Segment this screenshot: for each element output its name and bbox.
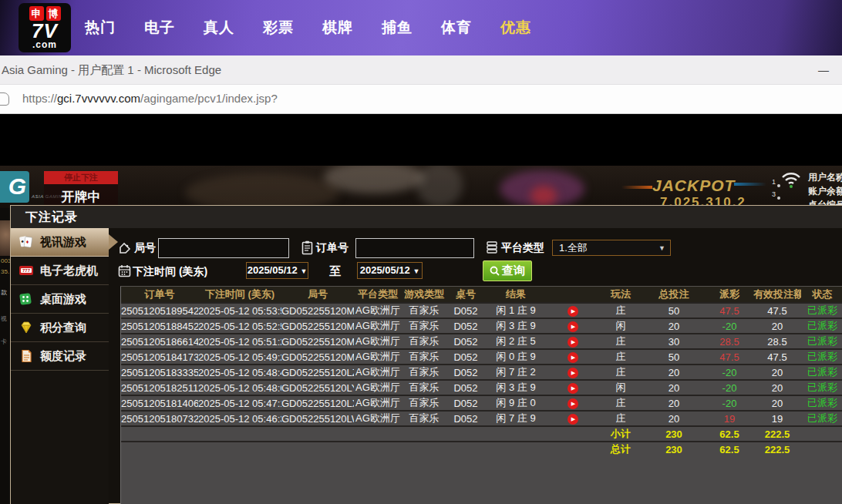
- side-number-1: 1: [772, 178, 776, 186]
- nav-item-6[interactable]: 捕鱼: [382, 18, 413, 38]
- site-logo[interactable]: 申 博 7V .com: [19, 3, 71, 52]
- slot-icon: 777: [19, 264, 34, 277]
- black-strip: [0, 114, 842, 166]
- cards-icon: ♦♠: [19, 235, 34, 249]
- play-cell: 庄: [599, 411, 642, 426]
- table-no-cell: D052: [446, 395, 485, 411]
- column-header-7: 结果: [485, 287, 547, 303]
- column-header-2: 下注时间 (美东): [198, 287, 281, 303]
- background-text-fragment: 卡: [1, 338, 7, 346]
- browser-titlebar: Asia Gaming - 用户配置 1 - Microsoft Edge —: [0, 55, 842, 85]
- play-icon: ▶: [571, 308, 575, 314]
- valid-cell: 20: [753, 318, 801, 334]
- sidebar-item-label: 桌面游戏: [40, 292, 86, 307]
- nav-item-1[interactable]: 热门: [85, 18, 116, 38]
- date-to-picker[interactable]: 2025/05/12 ▼: [357, 262, 423, 279]
- empty-cell: [198, 426, 281, 442]
- bet-cell: 20: [642, 411, 706, 426]
- payout-cell: -20: [706, 365, 753, 380]
- sidebar-item-4[interactable]: 积分查询: [11, 314, 109, 342]
- play-icon: ▶: [571, 339, 575, 344]
- replay-button[interactable]: ▶: [568, 368, 578, 378]
- sidebar-item-5[interactable]: 额度记录: [11, 342, 109, 371]
- sidebar-item-2[interactable]: 777电子老虎机: [11, 257, 109, 285]
- sidebar-item-3[interactable]: 桌面游戏: [11, 285, 109, 314]
- subtotal-valid: 222.5: [753, 426, 801, 442]
- bet-cell: 20: [642, 318, 706, 334]
- replay-button[interactable]: ▶: [568, 414, 578, 425]
- order-number-input[interactable]: [355, 238, 474, 258]
- result-cell: 闲 3 庄 9: [485, 318, 547, 334]
- table-row-5: 2505120518333502025-05-12 05:48:46GD0522…: [121, 365, 842, 380]
- column-header-11: 派彩: [706, 287, 753, 303]
- order-cell: 250512051807329: [121, 411, 198, 426]
- play-icon: ▶: [571, 416, 575, 422]
- balance-label: 账户余额: [808, 185, 842, 198]
- sidebar-item-1[interactable]: ♦♠视讯游戏: [11, 228, 109, 257]
- minimize-button[interactable]: —: [808, 55, 839, 85]
- result-cell: 闲 7 庄 2: [485, 365, 547, 380]
- date-from-picker[interactable]: 2025/05/12 ▼: [246, 262, 308, 279]
- empty-cell: [801, 442, 842, 456]
- valid-cell: 19: [753, 411, 801, 426]
- subtotal-payout: 62.5: [706, 426, 753, 442]
- status-cell: 已派彩: [801, 380, 842, 395]
- column-header-6: 桌号: [446, 287, 485, 303]
- game-cell: 百家乐: [402, 318, 446, 334]
- time-cell: 2025-05-12 05:51:25: [198, 334, 281, 349]
- payout-cell: -20: [706, 395, 753, 411]
- valid-cell: 47.5: [753, 349, 801, 365]
- time-cell: 2025-05-12 05:46:37: [198, 411, 281, 426]
- platform-type-select[interactable]: 1.全部 ▼: [552, 240, 671, 256]
- nav-item-4[interactable]: 彩票: [263, 18, 294, 38]
- sidebar-item-label: 额度记录: [40, 349, 86, 364]
- bet-cell: 50: [642, 303, 706, 318]
- nav-item-5[interactable]: 棋牌: [322, 18, 353, 38]
- replay-button[interactable]: ▶: [568, 383, 578, 394]
- empty-cell: [402, 442, 446, 456]
- valid-cell: 28.5: [753, 334, 801, 349]
- result-cell: 闲 7 庄 9: [485, 411, 547, 426]
- sidebar-item-label: 电子老虎机: [40, 264, 98, 278]
- replay-button[interactable]: ▶: [568, 352, 578, 363]
- replay-button[interactable]: ▶: [568, 306, 578, 317]
- replay-cell: ▶: [547, 365, 599, 380]
- replay-button[interactable]: ▶: [568, 398, 578, 409]
- platform-cell: AG欧洲厅: [354, 349, 402, 365]
- order-cell: 250512051895425: [121, 303, 198, 318]
- time-cell: 2025-05-12 05:53:52: [198, 303, 281, 318]
- background-text-fragment: 003: [1, 257, 10, 264]
- platform-cell: AG欧洲厅: [354, 318, 402, 334]
- empty-cell: [402, 426, 446, 442]
- play-cell: 庄: [599, 395, 642, 411]
- logo-suffix-text: .com: [23, 41, 66, 49]
- site-info-icon[interactable]: [0, 92, 9, 106]
- casino-banner: G ASIA GAMING 停止下注 开牌中 JACKPOT 7,025,310…: [0, 166, 842, 208]
- nav-item-7[interactable]: 体育: [441, 18, 472, 38]
- game-cell: 百家乐: [402, 380, 446, 395]
- nav-item-8[interactable]: 优惠: [500, 18, 531, 38]
- query-button[interactable]: 查询: [483, 260, 532, 281]
- round-number-input[interactable]: [158, 238, 289, 258]
- url-text[interactable]: https://gci.7vvvvvv.com/agingame/pcv1/in…: [22, 92, 278, 105]
- replay-cell: ▶: [547, 318, 599, 334]
- time-cell: 2025-05-12 05:52:58: [198, 318, 281, 334]
- round-cell: GD052255120LZ: [281, 365, 354, 380]
- total-row: 总计23062.5222.5: [121, 442, 842, 456]
- svg-text:♦: ♦: [26, 239, 29, 244]
- browser-urlbar[interactable]: https://gci.7vvvvvv.com/agingame/pcv1/in…: [0, 85, 842, 114]
- table-no-cell: D052: [446, 303, 485, 318]
- nav-item-3[interactable]: 真人: [204, 18, 234, 38]
- background-text-fragment: 35.: [1, 268, 9, 275]
- side-dot: [777, 184, 780, 187]
- empty-cell: [547, 442, 599, 456]
- status-cell: 已派彩: [801, 395, 842, 411]
- subtotal-bet: 230: [642, 426, 706, 442]
- chevron-down-icon: ▼: [413, 267, 419, 275]
- platform-list-icon: [487, 241, 499, 254]
- replay-button[interactable]: ▶: [568, 321, 578, 332]
- modal-title: 下注记录: [11, 206, 842, 228]
- table-no-cell: D052: [446, 380, 485, 395]
- replay-button[interactable]: ▶: [568, 337, 578, 348]
- nav-item-2[interactable]: 电子: [144, 18, 175, 38]
